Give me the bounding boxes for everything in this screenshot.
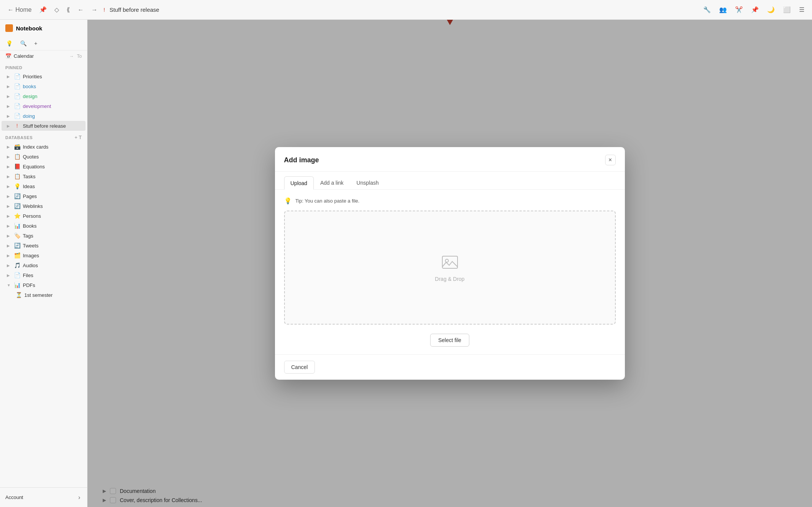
sidebar-item-index-cards[interactable]: ▶ 🗃️ Index cards (2, 142, 86, 152)
tab-add-link[interactable]: Add a link (314, 176, 350, 189)
books-db-icon: 📊 (14, 223, 21, 229)
sidebar-item-persons[interactable]: ▶ ⭐ Persons (2, 211, 86, 221)
diamond-icon[interactable]: ◇ (53, 5, 60, 15)
drop-zone[interactable]: Drag & Drop (284, 211, 616, 325)
sidebar-item-priorities[interactable]: ▶ 📄 Priorities (2, 71, 86, 81)
equations-label: Equations (23, 164, 82, 170)
stuff-label: Stuff before release (23, 123, 82, 129)
quotes-label: Quotes (23, 154, 82, 160)
svg-point-1 (445, 259, 448, 262)
pinned-section-label: PINNED (0, 62, 87, 71)
arrow-left-icon[interactable]: ← (76, 5, 85, 15)
modal-header: Add image × (275, 147, 625, 172)
account-chevron-icon[interactable]: › (77, 493, 82, 502)
tasks-icon: 📋 (14, 173, 21, 179)
weblinks-label: Weblinks (23, 203, 82, 209)
notebook-label: Notebook (16, 25, 42, 32)
calendar-arrow: → (69, 54, 74, 59)
search-action-btn[interactable]: 🔍 (17, 38, 30, 49)
modal-close-button[interactable]: × (605, 155, 616, 165)
chevron-icon: ▶ (7, 114, 11, 118)
chevron-icon: ▶ (7, 244, 11, 248)
sidebar-item-books[interactable]: ▶ 📄 books (2, 81, 86, 91)
weblinks-icon: 🔄 (14, 203, 21, 209)
modal-footer: Cancel (275, 354, 625, 380)
tweets-icon: 🔄 (14, 242, 21, 249)
doing-label: doing (23, 113, 82, 119)
sidebar-item-tags[interactable]: ▶ 🏷️ Tags (2, 231, 86, 241)
history-back-icon[interactable]: ⟪ (65, 5, 72, 15)
sidebar-item-ideas[interactable]: ▶ 💡 Ideas (2, 181, 86, 191)
stuff-alert-icon: ! (14, 123, 21, 129)
sidebar-header: Notebook (0, 20, 87, 36)
chevron-icon: ▶ (7, 174, 11, 179)
quotes-icon: 📋 (14, 154, 21, 160)
calendar-icon: 📅 (5, 53, 11, 59)
arrow-right-icon[interactable]: → (90, 5, 99, 15)
pages-icon: 🔄 (14, 193, 21, 199)
top-bar-right: 🔧 👥 ✂️ 📌 🌙 ⬜ ☰ (702, 5, 806, 15)
sidebar-item-tweets[interactable]: ▶ 🔄 Tweets (2, 241, 86, 250)
sidebar-item-1st-semester[interactable]: ⏳ 1st semester (2, 290, 86, 300)
select-file-button[interactable]: Select file (430, 334, 469, 347)
sidebar-item-development[interactable]: ▶ 📄 development (2, 101, 86, 111)
sidebar-item-doing[interactable]: ▶ 📄 doing (2, 111, 86, 121)
chevron-icon: ▶ (7, 184, 11, 189)
sidebar-item-calendar[interactable]: 📅 Calendar → To (0, 51, 87, 62)
tip-box: 💡 Tip: You can also paste a file. (284, 197, 616, 204)
audios-icon: 🎵 (14, 262, 21, 268)
development-icon: 📄 (14, 103, 21, 109)
cancel-button[interactable]: Cancel (284, 361, 315, 374)
users-icon[interactable]: 👥 (718, 5, 728, 15)
add-table-btn[interactable]: + T (75, 135, 82, 140)
scissors-icon[interactable]: ✂️ (734, 5, 744, 15)
menu-icon[interactable]: ☰ (798, 5, 806, 15)
bookmark-icon[interactable]: 📌 (750, 5, 760, 15)
books-db-label: Books (23, 223, 82, 229)
modal-title: Add image (284, 156, 319, 164)
tweets-label: Tweets (23, 243, 82, 249)
content-area: Add image × Upload Add a link Unsplash 💡… (87, 20, 812, 507)
sidebar-item-images[interactable]: ▶ 🗂️ Images (2, 250, 86, 260)
sidebar-item-design[interactable]: ▶ 📄 design (2, 91, 86, 101)
sidebar-item-pages[interactable]: ▶ 🔄 Pages (2, 191, 86, 201)
sidebar-item-stuff-before-release[interactable]: ▶ ! Stuff before release (2, 121, 86, 131)
sidebar-item-books-db[interactable]: ▶ 📊 Books (2, 221, 86, 231)
chevron-icon: ▶ (7, 94, 11, 98)
ideas-icon: 💡 (14, 183, 21, 189)
top-bar-left: ← Home 📌 ◇ ⟪ ← → ! Stuff before release (6, 5, 159, 15)
add-action-btn[interactable]: + (31, 38, 40, 49)
sidebar-item-weblinks[interactable]: ▶ 🔄 Weblinks (2, 201, 86, 211)
sidebar-item-equations[interactable]: ▶ 📕 Equations (2, 162, 86, 171)
sidebar-item-tasks[interactable]: ▶ 📋 Tasks (2, 171, 86, 181)
persons-icon: ⭐ (14, 213, 21, 219)
to-label: To (77, 54, 82, 59)
layout-icon[interactable]: ⬜ (782, 5, 792, 15)
chevron-icon: ▶ (7, 84, 11, 89)
tools-icon[interactable]: 🔧 (702, 5, 712, 15)
books-pin-icon: 📄 (14, 83, 21, 89)
sidebar-item-files[interactable]: ▶ 📄 Files (2, 270, 86, 280)
books-pin-label: books (23, 84, 82, 89)
back-home-button[interactable]: ← Home (6, 5, 33, 15)
sidebar-item-quotes[interactable]: ▶ 📋 Quotes (2, 152, 86, 162)
pin-icon[interactable]: 📌 (38, 5, 48, 15)
chevron-icon: ▶ (7, 74, 11, 79)
audios-label: Audios (23, 263, 82, 268)
image-placeholder-icon (441, 253, 459, 271)
tags-icon: 🏷️ (14, 233, 21, 239)
sidebar-item-audios[interactable]: ▶ 🎵 Audios (2, 260, 86, 270)
select-file-container: Select file (284, 331, 616, 347)
modal-overlay: Add image × Upload Add a link Unsplash 💡… (87, 20, 812, 507)
sidebar-item-pdfs[interactable]: ▼ 📊 PDFs (2, 280, 86, 290)
modal-tabs: Upload Add a link Unsplash (275, 172, 625, 190)
tab-unsplash[interactable]: Unsplash (350, 176, 385, 189)
files-icon: 📄 (14, 272, 21, 278)
moon-icon[interactable]: 🌙 (766, 5, 776, 15)
tasks-label: Tasks (23, 174, 82, 179)
tab-upload[interactable]: Upload (284, 176, 314, 190)
databases-header: DATABASES + T (0, 131, 87, 142)
images-label: Images (23, 253, 82, 258)
add-image-modal: Add image × Upload Add a link Unsplash 💡… (275, 147, 625, 380)
bulb-action-btn[interactable]: 💡 (3, 38, 16, 49)
